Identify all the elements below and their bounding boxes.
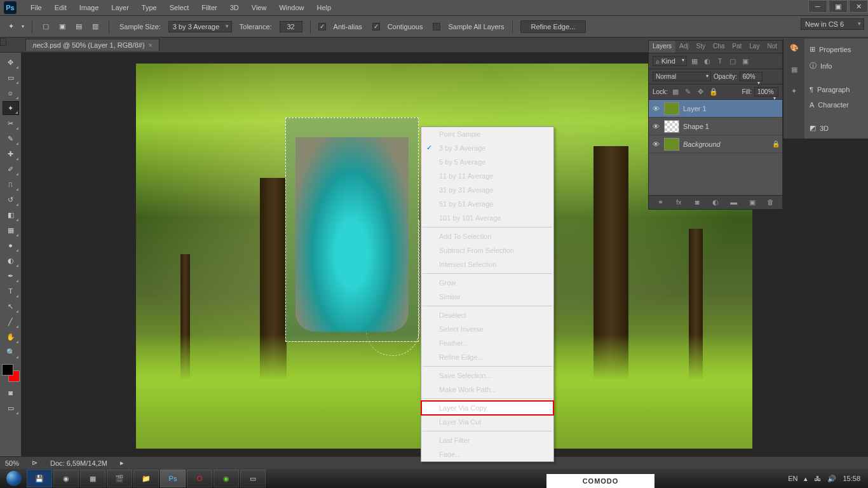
context-menu-item[interactable]: ✓3 by 3 Average <box>421 141 553 155</box>
menu-filter[interactable]: Filter <box>195 0 223 16</box>
context-menu-item[interactable]: Deselect <box>421 308 553 322</box>
gradient-tool[interactable]: ▦ <box>3 223 19 237</box>
pen-tool[interactable]: ✒ <box>3 269 19 283</box>
tray-lang[interactable]: EN <box>788 475 797 482</box>
info-panel-button[interactable]: ⓘInfo <box>804 57 868 74</box>
layer-row[interactable]: 👁 Shape 1 <box>649 118 782 135</box>
refine-edge-button[interactable]: Refine Edge... <box>520 20 587 33</box>
taskbar-app-3[interactable]: 🎬 <box>107 470 132 487</box>
menu-type[interactable]: Type <box>135 0 163 16</box>
taskbar-app-2[interactable]: ▦ <box>80 470 105 487</box>
adjustment-icon[interactable]: ◐ <box>710 198 721 207</box>
context-menu-item[interactable]: 101 by 101 Average <box>421 211 553 225</box>
magic-wand-tool[interactable]: ✦ <box>3 101 19 115</box>
crop-tool[interactable]: ✂ <box>3 116 19 130</box>
context-menu-item[interactable]: Make Work Path... <box>421 383 553 396</box>
layer-thumbnail[interactable] <box>664 102 679 115</box>
selection-new-icon[interactable]: ▢ <box>40 21 51 32</box>
layercomps-tab[interactable]: Lay <box>745 41 763 53</box>
menu-help[interactable]: Help <box>311 0 338 16</box>
trash-icon[interactable]: 🗑 <box>765 198 775 207</box>
document-tab[interactable]: лес3.psd @ 50% (Layer 1, RGB/8#)× <box>25 39 159 51</box>
zoom-level[interactable]: 50% <box>5 459 19 467</box>
tray-volume-icon[interactable]: 🔊 <box>827 475 836 483</box>
menu-file[interactable]: File <box>24 0 48 16</box>
maximize-button[interactable]: ▣ <box>829 0 848 13</box>
lock-all-icon[interactable]: 🔒 <box>709 88 719 96</box>
tolerance-input[interactable]: 32 <box>280 21 302 32</box>
brush-tool[interactable]: ✐ <box>3 162 19 176</box>
menu-3d[interactable]: 3D <box>224 0 245 16</box>
selection-subtract-icon[interactable]: ▤ <box>73 21 85 32</box>
visibility-icon[interactable]: 👁 <box>651 105 660 112</box>
context-menu-item[interactable]: Add To Selection <box>421 229 553 243</box>
layer-row[interactable]: 👁 Background 🔒 <box>649 135 782 153</box>
taskbar-chrome[interactable]: ◉ <box>53 470 79 487</box>
taskbar-app-4[interactable]: ◉ <box>214 470 239 487</box>
taskbar-app-5[interactable]: ▭ <box>240 470 266 487</box>
context-menu-item[interactable]: Refine Edge... <box>421 350 553 364</box>
filter-type-icon[interactable]: T <box>715 57 725 65</box>
tray-clock[interactable]: 15:58 <box>843 475 860 482</box>
new-in-cs6-dropdown[interactable]: New in CS 6 <box>801 18 864 30</box>
context-menu-item[interactable]: Select Inverse <box>421 322 553 336</box>
shape-tool[interactable]: ╱ <box>3 315 19 329</box>
group-icon[interactable]: ▬ <box>729 198 739 207</box>
taskbar-opera[interactable]: O <box>187 470 212 487</box>
minimize-button[interactable]: ─ <box>808 0 827 13</box>
opacity-input[interactable]: 60% <box>740 72 763 81</box>
close-button[interactable]: ✕ <box>849 0 868 13</box>
fill-input[interactable]: 100% <box>754 87 778 97</box>
antialias-checkbox[interactable] <box>318 23 326 30</box>
taskbar-photoshop[interactable]: Ps <box>160 470 186 487</box>
eyedropper-tool[interactable]: ✎ <box>3 132 19 146</box>
adjustments-panel-icon[interactable]: ✦ <box>788 85 801 97</box>
screen-mode-tool[interactable]: ▭ <box>3 401 19 415</box>
styles-tab[interactable]: Sty <box>692 41 709 53</box>
layer-thumbnail[interactable] <box>664 138 679 151</box>
context-menu-item[interactable]: Point Sample <box>421 127 553 141</box>
taskbar-app-1[interactable]: 💾 <box>27 470 52 487</box>
contiguous-checkbox[interactable] <box>372 23 380 30</box>
notes-tab[interactable]: Not <box>763 41 781 53</box>
menu-select[interactable]: Select <box>163 0 196 16</box>
hand-tool[interactable]: ✋ <box>3 330 19 344</box>
context-menu-item[interactable]: Feather... <box>421 336 553 350</box>
eraser-tool[interactable]: ◧ <box>3 208 19 222</box>
fx-icon[interactable]: fx <box>674 198 684 207</box>
3d-panel-button[interactable]: ◩3D <box>804 120 868 136</box>
context-menu-item[interactable]: Intersect Selection <box>421 257 553 271</box>
layer-filter-dropdown[interactable]: ⌕ Kind <box>653 56 687 66</box>
paths-tab[interactable]: Pat <box>728 41 745 53</box>
channels-tab[interactable]: Cha <box>709 41 728 53</box>
menu-layer[interactable]: Layer <box>105 0 135 16</box>
lock-position-icon[interactable]: ✥ <box>696 88 706 96</box>
history-brush-tool[interactable]: ↺ <box>3 193 19 207</box>
link-icon[interactable]: ⚭ <box>655 198 665 207</box>
path-tool[interactable]: ↖ <box>3 299 19 313</box>
properties-panel-button[interactable]: ⊞Properties <box>804 41 868 57</box>
context-menu-item[interactable]: Layer Via Copy <box>421 401 553 415</box>
mask-icon[interactable]: ◙ <box>692 198 702 207</box>
menu-view[interactable]: View <box>245 0 273 16</box>
layers-tab[interactable]: Layers <box>649 41 675 53</box>
layer-thumbnail[interactable] <box>664 120 679 133</box>
filter-smart-icon[interactable]: ▣ <box>740 57 750 65</box>
new-layer-icon[interactable]: ▣ <box>747 198 757 207</box>
healing-tool[interactable]: ✚ <box>3 147 19 161</box>
menu-image[interactable]: Image <box>73 0 105 16</box>
close-tab-icon[interactable]: × <box>149 41 153 49</box>
start-button[interactable] <box>3 470 25 487</box>
lock-transparency-icon[interactable]: ▩ <box>670 88 681 96</box>
stamp-tool[interactable]: ⎍ <box>3 177 19 191</box>
panel-toggle[interactable] <box>0 38 6 46</box>
swatches-panel-icon[interactable]: ▦ <box>788 63 801 76</box>
scrubby-icon[interactable]: ⊳ <box>32 459 37 467</box>
quick-mask-tool[interactable]: ◙ <box>3 386 19 400</box>
marquee-tool[interactable]: ▭ <box>3 71 19 85</box>
move-tool[interactable]: ✥ <box>3 55 19 69</box>
context-menu-item[interactable]: Subtract From Selection <box>421 243 553 257</box>
filter-shape-icon[interactable]: ▢ <box>728 57 738 65</box>
selection-add-icon[interactable]: ▣ <box>57 21 68 32</box>
dodge-tool[interactable]: ◐ <box>3 254 19 268</box>
